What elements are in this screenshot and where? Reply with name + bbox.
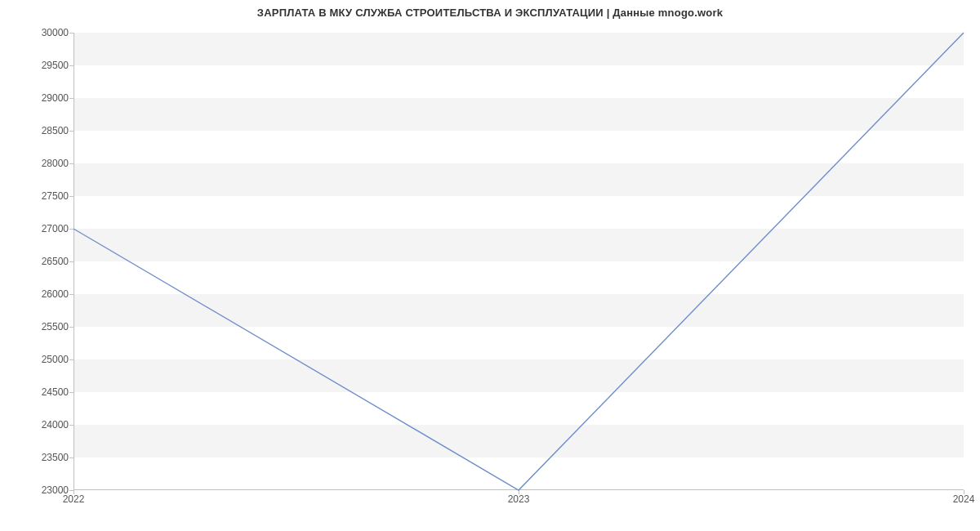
y-tick-label: 25500 bbox=[11, 321, 69, 332]
grid-band bbox=[74, 163, 964, 196]
y-tick-label: 27500 bbox=[11, 190, 69, 202]
x-tick-label: 2023 bbox=[508, 493, 530, 505]
y-tick-label: 26000 bbox=[11, 288, 69, 300]
y-tick-label: 25000 bbox=[11, 354, 69, 365]
y-tick-label: 27000 bbox=[11, 223, 69, 234]
grid-band bbox=[74, 425, 964, 457]
grid-band bbox=[74, 359, 964, 392]
grid-band bbox=[74, 33, 964, 65]
grid-band bbox=[74, 98, 964, 131]
grid-band bbox=[74, 229, 964, 261]
y-tick-label: 29500 bbox=[11, 60, 69, 71]
x-tick-label: 2022 bbox=[63, 493, 85, 505]
y-tick-label: 30000 bbox=[11, 27, 69, 38]
plot-svg bbox=[74, 33, 964, 490]
grid-band bbox=[74, 294, 964, 327]
x-tick-label: 2024 bbox=[953, 493, 975, 505]
y-tick-label: 28000 bbox=[11, 158, 69, 169]
y-tick-label: 28500 bbox=[11, 125, 69, 136]
y-tick-label: 29000 bbox=[11, 92, 69, 104]
y-tick-label: 24500 bbox=[11, 386, 69, 398]
y-tick-label: 26500 bbox=[11, 256, 69, 267]
y-tick-label: 23000 bbox=[11, 484, 69, 496]
chart-container: ЗАРПЛАТА В МКУ СЛУЖБА СТРОИТЕЛЬСТВА И ЭК… bbox=[0, 0, 980, 531]
chart-title: ЗАРПЛАТА В МКУ СЛУЖБА СТРОИТЕЛЬСТВА И ЭК… bbox=[0, 7, 980, 19]
plot-area bbox=[74, 33, 964, 490]
y-tick-label: 23500 bbox=[11, 452, 69, 463]
y-tick-label: 24000 bbox=[11, 419, 69, 431]
